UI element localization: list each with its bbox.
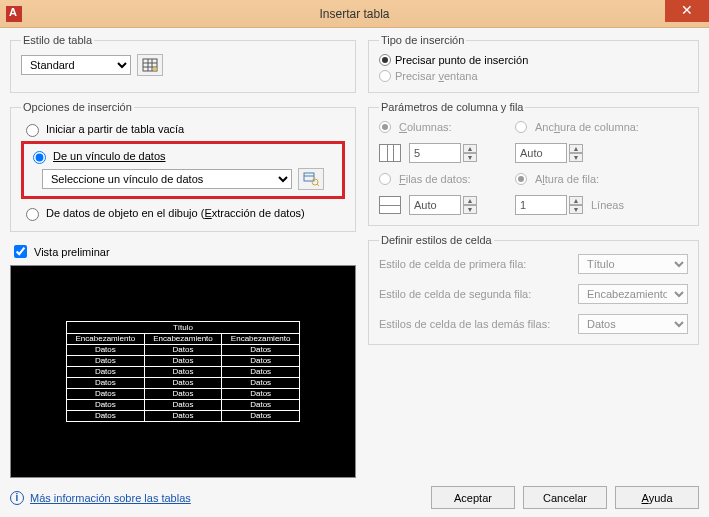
- columns-radio: [379, 121, 391, 133]
- radio-point-wrapper[interactable]: Precisar punto de inserción: [379, 54, 688, 66]
- preview-label: Vista preliminar: [34, 246, 110, 258]
- preview-table: Título EncabezamientoEncabezamientoEncab…: [66, 321, 300, 422]
- second-row-style-select: Encabezamiento: [578, 284, 688, 304]
- window-title: Insertar tabla: [0, 7, 709, 21]
- rows-up: ▲: [463, 196, 477, 205]
- preview-header: Encabezamiento: [222, 334, 300, 345]
- preview-cell: Datos: [67, 400, 145, 411]
- radio-point-label: Precisar punto de inserción: [395, 54, 528, 66]
- radio-object-wrapper[interactable]: De datos de objeto en el dibujo (Extracc…: [21, 205, 345, 221]
- svg-point-5: [153, 67, 157, 71]
- preview-cell: Datos: [144, 367, 222, 378]
- preview-cell: Datos: [222, 367, 300, 378]
- table-style-icon: [142, 58, 158, 72]
- radio-empty[interactable]: [26, 124, 39, 137]
- column-row-params-legend: Parámetros de columna y fila: [379, 101, 525, 113]
- preview-cell: Datos: [222, 345, 300, 356]
- preview-cell: Datos: [144, 345, 222, 356]
- row-height-input: [515, 195, 567, 215]
- cancel-button[interactable]: Cancelar: [523, 486, 607, 509]
- preview-cell: Datos: [222, 411, 300, 422]
- more-info[interactable]: i Más información sobre las tablas: [10, 491, 191, 505]
- preview-area: Título EncabezamientoEncabezamientoEncab…: [10, 265, 356, 478]
- columns-icon: [379, 144, 401, 162]
- columns-label: Columnas:: [399, 121, 452, 133]
- svg-line-9: [317, 184, 319, 186]
- preview-cell: Datos: [222, 389, 300, 400]
- preview-header: Encabezamiento: [144, 334, 222, 345]
- info-icon: i: [10, 491, 24, 505]
- columns-up: ▲: [463, 144, 477, 153]
- column-width-label: Anchura de columna:: [535, 121, 639, 133]
- radio-empty-label: Iniciar a partir de tabla vacía: [46, 123, 184, 135]
- radio-window-wrapper: Precisar ventana: [379, 70, 688, 82]
- rows-radio: [379, 173, 391, 185]
- width-down: ▼: [569, 153, 583, 162]
- cell-styles-legend: Definir estilos de celda: [379, 234, 494, 246]
- first-row-style-label: Estilo de celda de primera fila:: [379, 258, 578, 270]
- preview-cell: Datos: [222, 400, 300, 411]
- preview-check-row: Vista preliminar: [10, 242, 356, 261]
- close-button[interactable]: ✕: [665, 0, 709, 22]
- radio-datalink-wrapper[interactable]: De un vínculo de datos: [28, 148, 338, 164]
- radio-empty-wrapper[interactable]: Iniciar a partir de tabla vacía: [21, 121, 345, 137]
- help-button[interactable]: Ayuda: [615, 486, 699, 509]
- accept-button[interactable]: Aceptar: [431, 486, 515, 509]
- columns-down: ▼: [463, 153, 477, 162]
- preview-cell: Datos: [144, 411, 222, 422]
- insert-options-group: Opciones de inserción Iniciar a partir d…: [10, 101, 356, 232]
- table-style-legend: Estilo de tabla: [21, 34, 94, 46]
- preview-cell: Datos: [67, 356, 145, 367]
- datalink-highlight: De un vínculo de datos Seleccione un vín…: [21, 141, 345, 199]
- preview-cell: Datos: [144, 400, 222, 411]
- row-height-radio: [515, 173, 527, 185]
- height-down: ▼: [569, 205, 583, 214]
- preview-cell: Datos: [144, 378, 222, 389]
- rows-down: ▼: [463, 205, 477, 214]
- preview-cell: Datos: [67, 389, 145, 400]
- style-select[interactable]: Standard: [21, 55, 131, 75]
- preview-title: Título: [67, 322, 300, 334]
- rows-input: [409, 195, 461, 215]
- dialog-body: Estilo de tabla Standard Opciones de ins…: [0, 28, 709, 517]
- column-width-input: [515, 143, 567, 163]
- insertion-type-legend: Tipo de inserción: [379, 34, 466, 46]
- dialog-footer: i Más información sobre las tablas Acept…: [10, 486, 699, 509]
- first-row-style-select: Título: [578, 254, 688, 274]
- preview-cell: Datos: [144, 356, 222, 367]
- rest-rows-style-select: Datos: [578, 314, 688, 334]
- preview-cell: Datos: [67, 411, 145, 422]
- columns-input: [409, 143, 461, 163]
- table-style-group: Estilo de tabla Standard: [10, 34, 356, 93]
- preview-cell: Datos: [67, 378, 145, 389]
- cell-styles-group: Definir estilos de celda Estilo de celda…: [368, 234, 699, 345]
- column-width-radio: [515, 121, 527, 133]
- lines-label: Líneas: [591, 199, 624, 211]
- height-up: ▲: [569, 196, 583, 205]
- preview-checkbox[interactable]: [14, 245, 27, 258]
- second-row-style-label: Estilo de celda de segunda fila:: [379, 288, 578, 300]
- preview-cell: Datos: [222, 356, 300, 367]
- datalink-select[interactable]: Seleccione un vínculo de datos: [42, 169, 292, 189]
- more-info-link[interactable]: Más información sobre las tablas: [30, 492, 191, 504]
- insertion-type-group: Tipo de inserción Precisar punto de inse…: [368, 34, 699, 93]
- rows-label: Filas de datos:: [399, 173, 471, 185]
- insert-options-legend: Opciones de inserción: [21, 101, 134, 113]
- width-up: ▲: [569, 144, 583, 153]
- datalink-launch-button[interactable]: [298, 168, 324, 190]
- radio-point[interactable]: [379, 54, 391, 66]
- radio-window: [379, 70, 391, 82]
- radio-datalink-label: De un vínculo de datos: [53, 150, 166, 162]
- row-height-label: Altura de fila:: [535, 173, 599, 185]
- radio-datalink[interactable]: [33, 151, 46, 164]
- preview-cell: Datos: [222, 378, 300, 389]
- preview-cell: Datos: [144, 389, 222, 400]
- rest-rows-style-label: Estilos de celda de las demás filas:: [379, 318, 578, 330]
- preview-cell: Datos: [67, 367, 145, 378]
- datalink-icon: [303, 172, 319, 186]
- style-launch-button[interactable]: [137, 54, 163, 76]
- titlebar: Insertar tabla ✕: [0, 0, 709, 28]
- preview-cell: Datos: [67, 345, 145, 356]
- radio-object[interactable]: [26, 208, 39, 221]
- column-row-params-group: Parámetros de columna y fila Columnas: A…: [368, 101, 699, 226]
